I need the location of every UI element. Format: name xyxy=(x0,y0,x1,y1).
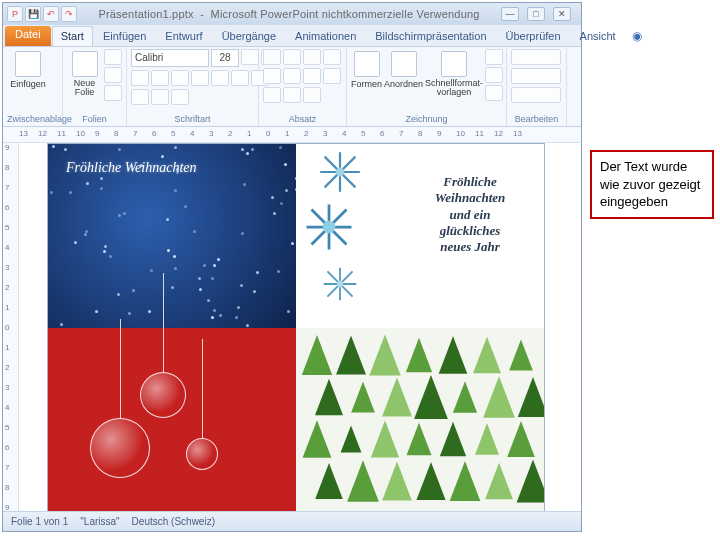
shape-outline-icon[interactable] xyxy=(485,67,503,83)
shapes-label: Formen xyxy=(351,79,382,89)
card-red-ornaments[interactable] xyxy=(48,328,296,511)
group-paragraph: Absatz xyxy=(259,47,347,126)
maximize-button[interactable]: □ xyxy=(527,7,545,21)
group-drawing: Formen Anordnen Schnellformat- vorlagen … xyxy=(347,47,507,126)
group-font-label: Schriftart xyxy=(131,113,254,126)
font-color-icon[interactable] xyxy=(131,89,149,105)
minimize-button[interactable]: — xyxy=(501,7,519,21)
ornament-icon xyxy=(140,372,186,418)
app-name: Microsoft PowerPoint nichtkommerzielle V… xyxy=(211,8,480,20)
svg-point-4 xyxy=(336,168,345,177)
ribbon-tabs: Datei Start Einfügen Entwurf Übergänge A… xyxy=(3,25,581,47)
app-menu-icon[interactable]: P xyxy=(7,6,23,22)
grow-font-icon[interactable] xyxy=(241,49,259,65)
quick-styles-icon xyxy=(441,51,467,77)
reset-icon[interactable] xyxy=(104,67,122,83)
find-icon[interactable] xyxy=(511,49,561,65)
help-icon[interactable]: ◉ xyxy=(626,26,648,46)
quick-styles-label: Schnellformat- vorlagen xyxy=(425,79,483,97)
bullets-icon[interactable] xyxy=(263,49,281,65)
new-slide-button[interactable]: Neue Folie xyxy=(67,49,102,107)
line-spacing-icon[interactable] xyxy=(263,87,281,103)
slide[interactable]: Fröhliche Weihnachten Fröhliche Weihnach… xyxy=(47,143,545,511)
save-icon[interactable]: 💾 xyxy=(25,6,41,22)
strike-icon[interactable] xyxy=(191,70,209,86)
group-paragraph-label: Absatz xyxy=(263,113,342,126)
card-blue-snow[interactable]: Fröhliche Weihnachten xyxy=(48,144,296,328)
horizontal-ruler: 13121110987654321012345678910111213 xyxy=(3,127,581,143)
spacing-icon[interactable] xyxy=(231,70,249,86)
paste-label: Einfügen xyxy=(10,79,46,89)
italic-icon[interactable] xyxy=(151,70,169,86)
tab-ansicht[interactable]: Ansicht xyxy=(571,26,625,46)
snowflake-icon xyxy=(322,266,358,302)
section-icon[interactable] xyxy=(104,85,122,101)
bold-icon[interactable] xyxy=(131,70,149,86)
ornament-icon xyxy=(90,418,150,478)
tab-start[interactable]: Start xyxy=(52,26,93,46)
highlight-icon[interactable] xyxy=(151,89,169,105)
columns-icon[interactable] xyxy=(303,87,321,103)
group-slides: Neue Folie Folien xyxy=(63,47,127,126)
indent-dec-icon[interactable] xyxy=(303,49,321,65)
align-right-icon[interactable] xyxy=(303,68,321,84)
tab-entwurf[interactable]: Entwurf xyxy=(156,26,211,46)
clear-format-icon[interactable] xyxy=(171,89,189,105)
card-snowflakes[interactable]: Fröhliche Weihnachten und ein glückliche… xyxy=(296,144,544,328)
arrange-label: Anordnen xyxy=(384,79,423,89)
underline-icon[interactable] xyxy=(171,70,189,86)
snowflake-icon xyxy=(304,202,354,252)
titlebar: P 💾 ↶ ↷ Präsentation1.pptx - Microsoft P… xyxy=(3,3,581,25)
status-theme: "Larissa" xyxy=(80,516,119,527)
svg-point-14 xyxy=(337,281,343,287)
font-name-selector[interactable]: Calibri xyxy=(131,49,209,67)
undo-icon[interactable]: ↶ xyxy=(43,6,59,22)
align-left-icon[interactable] xyxy=(263,68,281,84)
tab-animationen[interactable]: Animationen xyxy=(286,26,365,46)
group-editing-label: Bearbeiten xyxy=(511,113,562,126)
indent-inc-icon[interactable] xyxy=(323,49,341,65)
close-button[interactable]: ✕ xyxy=(553,7,571,21)
redo-icon[interactable]: ↷ xyxy=(61,6,77,22)
tab-bildschirmpraesentation[interactable]: Bildschirmpräsentation xyxy=(366,26,495,46)
svg-point-9 xyxy=(323,221,336,234)
vertical-ruler: 9876543210123456789 xyxy=(3,143,19,511)
annotation-text: Der Text wurde wie zuvor gezeigt eingege… xyxy=(600,159,700,209)
group-clipboard: Einfügen Zwischenablage xyxy=(3,47,63,126)
tab-ueberpruefen[interactable]: Überprüfen xyxy=(497,26,570,46)
ribbon: Einfügen Zwischenablage Neue Folie Folie… xyxy=(3,47,581,127)
quick-access-toolbar: P 💾 ↶ ↷ xyxy=(7,6,77,22)
tab-einfuegen[interactable]: Einfügen xyxy=(94,26,155,46)
group-drawing-label: Zeichnung xyxy=(351,113,502,126)
shapes-button[interactable]: Formen xyxy=(351,49,382,107)
paste-button[interactable]: Einfügen xyxy=(7,49,49,107)
text-direction-icon[interactable] xyxy=(283,87,301,103)
shadow-icon[interactable] xyxy=(211,70,229,86)
arrange-button[interactable]: Anordnen xyxy=(384,49,423,107)
group-editing: Bearbeiten xyxy=(507,47,567,126)
group-clipboard-label: Zwischenablage xyxy=(7,113,58,126)
slide-canvas[interactable]: Fröhliche Weihnachten Fröhliche Weihnach… xyxy=(19,143,581,511)
font-size-selector[interactable]: 28 xyxy=(211,49,239,67)
app-window: P 💾 ↶ ↷ Präsentation1.pptx - Microsoft P… xyxy=(2,2,582,532)
status-language[interactable]: Deutsch (Schweiz) xyxy=(132,516,215,527)
align-center-icon[interactable] xyxy=(283,68,301,84)
layout-icon[interactable] xyxy=(104,49,122,65)
document-name: Präsentation1.pptx xyxy=(98,8,193,20)
numbering-icon[interactable] xyxy=(283,49,301,65)
annotation-callout: Der Text wurde wie zuvor gezeigt eingege… xyxy=(590,150,714,219)
paste-icon xyxy=(15,51,41,77)
card-trees[interactable] xyxy=(296,328,544,511)
group-slides-label: Folien xyxy=(67,113,122,126)
tab-uebergaenge[interactable]: Übergänge xyxy=(213,26,285,46)
shape-fill-icon[interactable] xyxy=(485,49,503,65)
quick-styles-button[interactable]: Schnellformat- vorlagen xyxy=(425,49,483,107)
select-icon[interactable] xyxy=(511,87,561,103)
statusbar: Folie 1 von 1 "Larissa" Deutsch (Schweiz… xyxy=(3,511,581,531)
justify-icon[interactable] xyxy=(323,68,341,84)
shapes-icon xyxy=(354,51,380,77)
replace-icon[interactable] xyxy=(511,68,561,84)
window-title: Präsentation1.pptx - Microsoft PowerPoin… xyxy=(77,8,501,20)
file-tab[interactable]: Datei xyxy=(5,26,51,46)
shape-effects-icon[interactable] xyxy=(485,85,503,101)
